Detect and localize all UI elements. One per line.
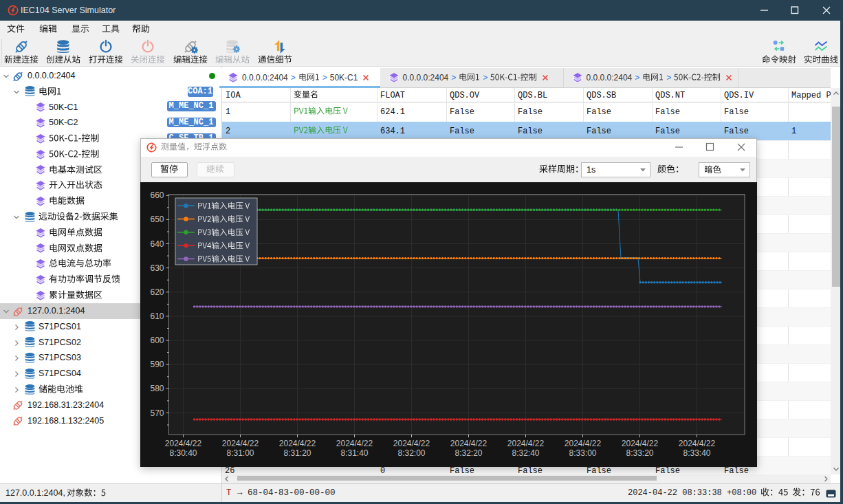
svg-text:2024/4/22: 2024/4/22 bbox=[622, 439, 659, 448]
svg-text:8:33:40: 8:33:40 bbox=[683, 448, 710, 458]
svg-text:600: 600 bbox=[150, 336, 164, 345]
svg-text:570: 570 bbox=[150, 408, 164, 418]
svg-text:8:31:00: 8:31:00 bbox=[226, 448, 254, 458]
svg-text:8:33:20: 8:33:20 bbox=[626, 448, 653, 458]
svg-text:630: 630 bbox=[150, 263, 164, 273]
svg-text:8:33:00: 8:33:00 bbox=[569, 448, 596, 458]
svg-text:640: 640 bbox=[150, 239, 164, 249]
svg-text:2024/4/22: 2024/4/22 bbox=[393, 439, 430, 448]
svg-text:8:32:20: 8:32:20 bbox=[455, 448, 482, 458]
svg-text:650: 650 bbox=[150, 215, 164, 224]
svg-text:8:30:40: 8:30:40 bbox=[169, 448, 197, 458]
svg-text:2024/4/22: 2024/4/22 bbox=[336, 439, 373, 448]
svg-text:8:31:40: 8:31:40 bbox=[340, 448, 368, 458]
svg-text:2024/4/22: 2024/4/22 bbox=[565, 439, 602, 448]
svg-text:590: 590 bbox=[150, 360, 164, 369]
svg-text:8:32:00: 8:32:00 bbox=[397, 448, 425, 458]
svg-text:2024/4/22: 2024/4/22 bbox=[450, 439, 488, 448]
svg-text:2024/4/22: 2024/4/22 bbox=[279, 439, 316, 448]
svg-text:660: 660 bbox=[150, 190, 164, 200]
svg-text:2024/4/22: 2024/4/22 bbox=[165, 439, 202, 448]
svg-text:8:31:20: 8:31:20 bbox=[283, 448, 311, 458]
svg-text:620: 620 bbox=[150, 287, 164, 297]
svg-text:2024/4/22: 2024/4/22 bbox=[507, 439, 545, 448]
svg-text:8:32:40: 8:32:40 bbox=[512, 448, 539, 458]
svg-text:2024/4/22: 2024/4/22 bbox=[222, 439, 259, 448]
svg-text:2024/4/22: 2024/4/22 bbox=[679, 439, 716, 448]
svg-text:610: 610 bbox=[150, 311, 164, 321]
svg-text:580: 580 bbox=[150, 384, 164, 393]
